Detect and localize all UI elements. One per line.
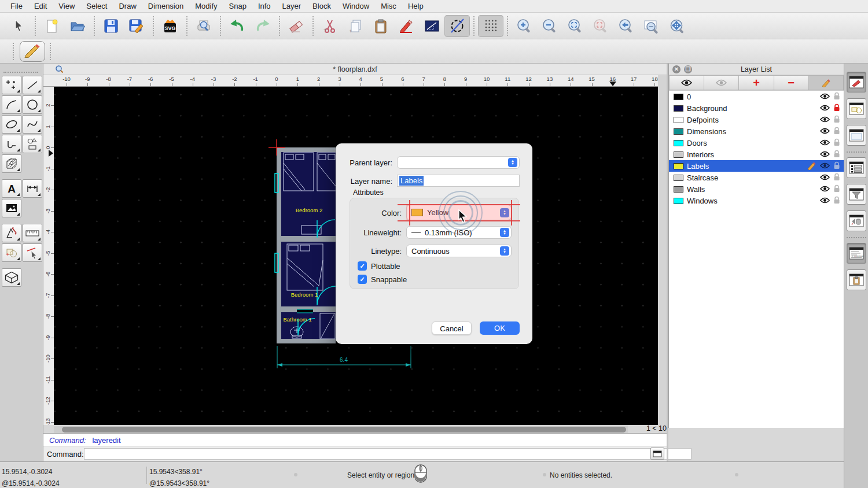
layer-visibility-eye-icon[interactable]: [820, 93, 830, 101]
measure-tool-button[interactable]: [23, 224, 42, 242]
grid-toggle-button[interactable]: [478, 15, 503, 37]
zoom-in-button[interactable]: [512, 15, 537, 37]
layer-visibility-eye-icon[interactable]: [820, 150, 830, 159]
shape-tool-button[interactable]: [23, 135, 42, 153]
zoom-previous-button[interactable]: [613, 15, 639, 37]
text-tool-button[interactable]: A: [2, 179, 21, 198]
layer-row-background[interactable]: Background: [669, 102, 844, 114]
polyline-tool-button[interactable]: [2, 135, 21, 153]
isometric-tool-button[interactable]: [2, 268, 21, 287]
clipboard-panel-toggle-button[interactable]: [847, 269, 866, 290]
parent-layer-select[interactable]: ▲▼: [397, 156, 520, 169]
layer-name-input[interactable]: Labels: [397, 175, 520, 187]
ok-button[interactable]: OK: [480, 321, 520, 335]
line-tool-button[interactable]: [23, 76, 42, 94]
layer-lock-icon[interactable]: [833, 150, 840, 160]
layer-visibility-eye-icon[interactable]: [820, 116, 830, 124]
menu-layer[interactable]: Layer: [277, 2, 307, 10]
selection-filter-panel-toggle-button[interactable]: [847, 184, 866, 205]
draw-pencil-tool-button[interactable]: [20, 41, 45, 62]
copy-button[interactable]: +: [343, 15, 368, 37]
redo-button[interactable]: [250, 15, 275, 37]
menu-select[interactable]: Select: [80, 2, 113, 10]
plottable-checkbox[interactable]: ✓: [358, 261, 367, 271]
layer-lock-icon[interactable]: [833, 138, 840, 148]
menu-dimension[interactable]: Dimension: [142, 2, 189, 10]
layer-visibility-eye-icon[interactable]: [820, 104, 830, 113]
layer-row-walls[interactable]: Walls: [669, 183, 844, 195]
layer-row-doors[interactable]: Doors: [669, 137, 844, 149]
zoom-pan-button[interactable]: [664, 15, 690, 37]
layer-lock-icon[interactable]: [833, 173, 840, 183]
hatch-tool-button[interactable]: [2, 154, 21, 173]
edit-layer-icon[interactable]: [807, 161, 816, 172]
points-tool-button[interactable]: [2, 76, 21, 94]
layer-lock-icon[interactable]: [833, 103, 840, 113]
layer-lock-icon[interactable]: [833, 127, 840, 136]
block-list-panel-toggle-button[interactable]: [847, 157, 866, 178]
paste-button[interactable]: [368, 15, 393, 37]
add-layer-button[interactable]: +: [739, 75, 774, 90]
svg-export-button[interactable]: SVG: [157, 15, 183, 37]
undock-panel-icon[interactable]: ❐: [684, 65, 692, 73]
menu-edit[interactable]: Edit: [28, 2, 53, 10]
selection-tool-button[interactable]: [2, 243, 21, 262]
selection-pointer-button[interactable]: [6, 15, 31, 37]
cut-button[interactable]: +: [317, 15, 343, 37]
layer-row-defpoints[interactable]: Defpoints: [669, 114, 844, 125]
command-line-panel-toggle-button[interactable]: < command: [847, 243, 866, 264]
circle-tools-button[interactable]: [444, 15, 470, 37]
layer-row-staircase[interactable]: Staircase: [669, 172, 844, 183]
edit-entity-button[interactable]: [393, 15, 419, 37]
selection-panel-toggle-button[interactable]: [847, 98, 866, 119]
command-input[interactable]: [84, 448, 692, 460]
save-document-button[interactable]: [98, 15, 124, 37]
layer-row-windows[interactable]: Windows: [669, 195, 844, 206]
layer-visibility-eye-icon[interactable]: [820, 197, 830, 205]
menu-snap[interactable]: Snap: [223, 2, 252, 10]
menu-modify[interactable]: Modify: [189, 2, 223, 10]
zoom-auto-button[interactable]: [562, 15, 588, 37]
property-editor-panel-toggle-button[interactable]: [847, 72, 866, 93]
cancel-button[interactable]: Cancel: [432, 321, 472, 335]
dimension-tool-button[interactable]: [23, 179, 42, 198]
menu-block[interactable]: Block: [307, 2, 337, 10]
menu-draw[interactable]: Draw: [113, 2, 142, 10]
new-document-button[interactable]: [39, 15, 65, 37]
hide-all-layers-button[interactable]: [704, 75, 739, 90]
save-as-button[interactable]: [124, 15, 149, 37]
deselect-tool-button[interactable]: [23, 243, 42, 262]
zoom-out-button[interactable]: [537, 15, 562, 37]
modify-tool-button[interactable]: [2, 224, 21, 242]
layer-visibility-eye-icon[interactable]: [820, 185, 830, 194]
toolbar-drag-handle[interactable]: [50, 43, 52, 60]
print-preview-button[interactable]: [191, 15, 216, 37]
menu-window[interactable]: Window: [337, 2, 375, 10]
layer-lock-icon[interactable]: [833, 196, 840, 206]
undo-button[interactable]: [225, 15, 250, 37]
layer-visibility-eye-icon[interactable]: [820, 173, 830, 182]
layer-row-interiors[interactable]: Interiors: [669, 149, 844, 160]
circle-tool-button[interactable]: [23, 95, 42, 114]
image-tool-button[interactable]: [2, 199, 21, 217]
library-browser-panel-toggle-button[interactable]: [847, 210, 866, 231]
layer-lock-icon[interactable]: [833, 184, 840, 194]
show-all-layers-button[interactable]: [669, 75, 704, 90]
line-tools-button[interactable]: [419, 15, 444, 37]
layer-row-dimensions[interactable]: Dimensions: [669, 125, 844, 137]
arc-tool-button[interactable]: [2, 95, 21, 114]
menu-file[interactable]: File: [5, 2, 28, 10]
linetype-select[interactable]: Continuous ▲▼: [406, 245, 512, 257]
layer-visibility-eye-icon[interactable]: [820, 162, 830, 171]
layer-visibility-eye-icon[interactable]: [820, 127, 830, 136]
open-document-button[interactable]: [65, 15, 90, 37]
ellipse-tool-button[interactable]: [2, 115, 21, 134]
snappable-checkbox[interactable]: ✓: [358, 275, 367, 284]
palette-drag-handle[interactable]: [3, 72, 38, 73]
layer-lock-icon[interactable]: [833, 161, 840, 171]
zoom-window-button[interactable]: [639, 15, 664, 37]
viewport-panel-toggle-button[interactable]: [847, 125, 866, 146]
layer-visibility-eye-icon[interactable]: [820, 139, 830, 147]
layer-lock-icon[interactable]: [833, 115, 840, 125]
command-panel-toggle-button[interactable]: [650, 448, 664, 460]
